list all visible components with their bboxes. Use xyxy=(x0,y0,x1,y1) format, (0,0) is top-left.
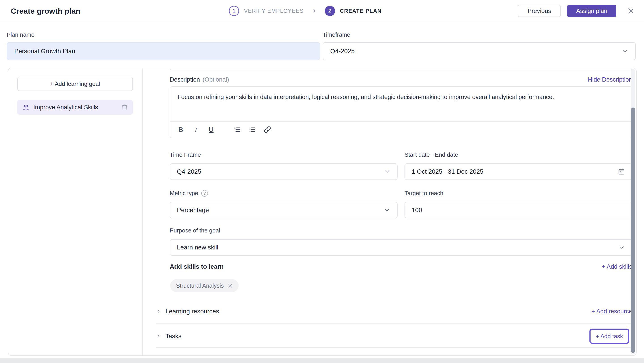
assign-plan-button[interactable]: Assign plan xyxy=(567,5,616,17)
chevron-down-icon xyxy=(384,168,390,175)
scrollbar-track[interactable] xyxy=(631,69,635,355)
timeframe-label: Timeframe xyxy=(323,31,636,38)
chevron-down-icon xyxy=(384,207,390,213)
modal-header: Create growth plan 1 VERIFY EMPLOYEES 2 … xyxy=(0,0,644,22)
date-range-label-row: Start date - End date xyxy=(404,151,458,158)
timeframe-value: Q4-2025 xyxy=(330,48,355,55)
page-title: Create growth plan xyxy=(11,7,80,15)
divider xyxy=(156,301,632,301)
trash-icon[interactable] xyxy=(121,104,128,111)
previous-button[interactable]: Previous xyxy=(518,5,561,17)
link-icon[interactable] xyxy=(264,126,271,133)
divider xyxy=(156,347,632,348)
add-skills-label: Add skills to learn xyxy=(170,263,224,270)
bold-icon[interactable]: B xyxy=(177,126,184,133)
divider xyxy=(156,324,632,324)
purpose-label: Purpose of the goal xyxy=(170,227,220,234)
goal-form-panel: Description (Optional) -Hide Description… xyxy=(143,68,636,356)
description-header-row: Description (Optional) -Hide Description xyxy=(170,76,632,83)
sprout-icon xyxy=(22,103,30,111)
timeframe-select[interactable]: Q4-2025 xyxy=(323,42,636,60)
step-1-circle: 1 xyxy=(229,6,239,16)
editor-toolbar: B I U 1 2 3 xyxy=(170,121,632,138)
description-label: Description xyxy=(170,76,200,83)
date-range-value: 1 Oct 2025 - 31 Dec 2025 xyxy=(412,168,484,175)
skill-chip: Structural Analysis xyxy=(170,279,238,292)
step-2-circle: 2 xyxy=(325,6,335,16)
remove-skill-icon[interactable] xyxy=(228,283,233,288)
plan-meta-row: Plan name Timeframe Q4-2025 xyxy=(0,22,644,67)
step-2-label: CREATE PLAN xyxy=(340,8,382,14)
tasks-row: Tasks xyxy=(156,330,632,343)
metric-type-label: Metric type xyxy=(170,190,198,197)
sidebar-item-goal[interactable]: Improve Analytical Skills xyxy=(17,100,133,115)
date-range-label: Start date - End date xyxy=(404,151,458,158)
chevron-right-icon xyxy=(312,8,317,13)
chevron-down-icon xyxy=(622,48,628,54)
date-range-field[interactable]: 1 Oct 2025 - 31 Dec 2025 xyxy=(404,163,632,180)
plan-name-field: Plan name xyxy=(7,31,320,60)
metric-type-select[interactable]: Percentage xyxy=(170,202,398,218)
chevron-right-icon[interactable] xyxy=(156,309,162,314)
metric-type-value: Percentage xyxy=(177,207,209,214)
time-frame-select[interactable]: Q4-2025 xyxy=(170,163,398,180)
metric-type-label-row: Metric type ? xyxy=(170,190,208,197)
scrollbar-thumb[interactable] xyxy=(631,107,635,353)
purpose-select[interactable]: Learn new skill xyxy=(170,239,632,256)
help-icon[interactable]: ? xyxy=(201,190,208,197)
step-1-label: VERIFY EMPLOYEES xyxy=(244,8,304,14)
add-learning-goal-button[interactable]: + Add learning goal xyxy=(17,77,133,91)
hide-description-link[interactable]: -Hide Description xyxy=(586,76,632,83)
add-resource-link[interactable]: + Add resource xyxy=(592,308,632,315)
bullet-list-icon[interactable] xyxy=(248,126,256,133)
target-label-row: Target to reach xyxy=(404,190,443,197)
goal-name-input-partial[interactable] xyxy=(170,68,632,70)
skills-header-row: Add skills to learn + Add skills xyxy=(170,263,632,270)
growth-plan-card: + Add learning goal Improve Analytical S… xyxy=(8,68,636,356)
learning-resources-row: Learning resources + Add resource xyxy=(156,305,632,318)
italic-icon[interactable]: I xyxy=(192,126,200,133)
skill-chip-label: Structural Analysis xyxy=(176,282,224,289)
add-task-button[interactable]: + Add task xyxy=(590,329,629,344)
svg-text:3: 3 xyxy=(234,130,236,133)
calendar-icon xyxy=(618,168,625,175)
target-to-reach-label: Target to reach xyxy=(404,190,443,197)
goals-sidebar: + Add learning goal Improve Analytical S… xyxy=(8,68,143,356)
target-to-reach-input[interactable] xyxy=(412,207,625,214)
close-icon[interactable] xyxy=(627,7,634,15)
time-frame-label: Time Frame xyxy=(170,151,201,158)
add-skills-link[interactable]: + Add skills xyxy=(602,263,632,270)
time-frame-value: Q4-2025 xyxy=(177,168,201,175)
chevron-right-icon[interactable] xyxy=(156,333,162,339)
purpose-label-row: Purpose of the goal xyxy=(170,227,220,234)
time-frame-label-row: Time Frame xyxy=(170,151,201,158)
stepper: 1 VERIFY EMPLOYEES 2 CREATE PLAN xyxy=(229,6,382,16)
timeframe-field: Timeframe Q4-2025 xyxy=(323,31,636,60)
underline-icon[interactable]: U xyxy=(207,126,215,133)
purpose-value: Learn new skill xyxy=(177,244,218,251)
step-create-plan[interactable]: 2 CREATE PLAN xyxy=(325,6,382,16)
description-text[interactable]: Focus on refining your skills in data in… xyxy=(178,93,624,101)
step-verify-employees[interactable]: 1 VERIFY EMPLOYEES xyxy=(229,6,304,16)
tasks-label[interactable]: Tasks xyxy=(166,333,182,340)
plan-name-label: Plan name xyxy=(7,31,320,38)
plan-name-input[interactable] xyxy=(7,42,320,60)
page-backdrop-strip xyxy=(0,358,644,363)
ordered-list-icon[interactable]: 1 2 3 xyxy=(233,126,241,133)
header-actions: Previous Assign plan xyxy=(518,5,634,17)
description-editor: Focus on refining your skills in data in… xyxy=(170,86,632,138)
description-optional-label: (Optional) xyxy=(202,76,229,83)
target-field xyxy=(404,202,632,218)
add-task-link: + Add task xyxy=(596,333,623,340)
chevron-down-icon xyxy=(618,244,625,251)
learning-resources-label[interactable]: Learning resources xyxy=(166,308,219,315)
goal-item-label: Improve Analytical Skills xyxy=(33,104,98,111)
